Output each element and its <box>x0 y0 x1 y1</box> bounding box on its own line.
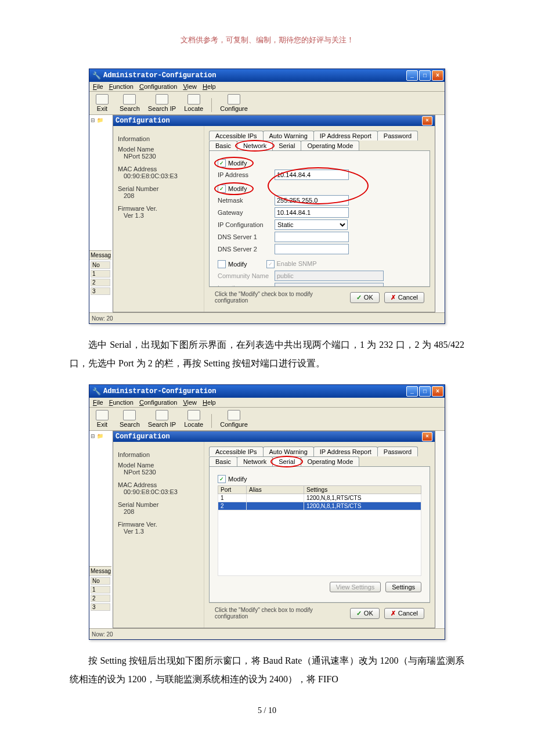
firmware-version: Ver 1.3 <box>124 212 199 219</box>
msg-row: 2 <box>91 279 110 286</box>
modify-checkbox-1[interactable]: ✓ <box>218 159 226 167</box>
table-row[interactable]: 11200,N,8,1,RTS/CTS <box>218 494 421 502</box>
close-button[interactable]: × <box>432 70 443 81</box>
col-alias[interactable]: Alias <box>247 486 304 494</box>
modify-label: Modify <box>228 476 247 483</box>
cross-icon: ✗ <box>391 610 396 617</box>
firmware-label: Firmware Ver. <box>118 521 199 528</box>
locate-icon <box>187 94 200 105</box>
table-row-selected[interactable]: 21200,N,8,1,RTS/CTS <box>218 502 421 510</box>
tab-operating-mode[interactable]: Operating Mode <box>301 456 359 466</box>
ip-label: IP Address <box>218 171 270 178</box>
tab-accessible-ips[interactable]: Accessible IPs <box>209 131 264 141</box>
modify-label: Modify <box>228 185 247 192</box>
tab-basic[interactable]: Basic <box>209 141 237 150</box>
tab-password[interactable]: Password <box>377 447 418 456</box>
menu-help[interactable]: Help <box>203 83 216 90</box>
dns1-input[interactable] <box>275 232 349 242</box>
cancel-button[interactable]: ✗Cancel <box>384 292 424 303</box>
dialog-title[interactable]: Configuration × <box>113 431 435 442</box>
tool-search[interactable]: Search <box>120 94 140 112</box>
menu-view[interactable]: View <box>183 83 197 90</box>
dns2-input[interactable] <box>275 244 349 254</box>
tab-network[interactable]: Network <box>237 456 273 466</box>
menu-file[interactable]: File <box>93 399 103 406</box>
modify-label: Modify <box>228 160 247 167</box>
statusbar: Now: 20 <box>89 312 445 323</box>
minimize-button[interactable]: _ <box>406 386 418 397</box>
tab-basic[interactable]: Basic <box>209 456 237 466</box>
menu-help[interactable]: Help <box>203 399 216 406</box>
menu-function[interactable]: Function <box>109 399 134 406</box>
titlebar[interactable]: 🔧 Administrator-Configuration _ □ × <box>89 69 445 82</box>
col-port[interactable]: Port <box>218 486 247 494</box>
dialog-close-button[interactable]: × <box>422 432 432 441</box>
model-name-label: Model Name <box>118 146 199 153</box>
close-button[interactable]: × <box>432 386 443 397</box>
page-number: 5 / 10 <box>0 706 534 715</box>
netmask-input[interactable] <box>275 195 349 206</box>
tab-serial[interactable]: Serial <box>272 141 301 150</box>
cancel-button[interactable]: ✗Cancel <box>384 608 424 619</box>
maximize-button[interactable]: □ <box>419 70 431 81</box>
menu-function[interactable]: Function <box>109 83 134 90</box>
window-title: Administrator-Configuration <box>103 387 406 395</box>
col-settings[interactable]: Settings <box>304 486 421 494</box>
dialog-close-button[interactable]: × <box>422 116 432 125</box>
message-table: No 1 2 3 <box>89 260 111 296</box>
tool-configure[interactable]: Configure <box>220 410 248 428</box>
community-label: Community Name <box>218 272 270 279</box>
tool-exit[interactable]: Exit <box>93 94 111 112</box>
menu-configuration[interactable]: Configuration <box>139 399 177 406</box>
menubar[interactable]: File Function Configuration View Help <box>89 398 445 408</box>
menu-file[interactable]: File <box>93 83 103 90</box>
port-table[interactable]: Port Alias Settings 11200,N,8,1,RTS/CTS … <box>218 485 421 576</box>
tab-password[interactable]: Password <box>377 131 418 141</box>
tool-configure[interactable]: Configure <box>220 94 248 112</box>
enable-snmp-checkbox: ✓ <box>266 260 275 268</box>
modify-checkbox-3[interactable] <box>218 260 226 268</box>
info-panel: Information Model Name NPort 5230 MAC Ad… <box>113 126 204 312</box>
tool-search[interactable]: Search <box>120 410 140 428</box>
settings-button[interactable]: Settings <box>385 582 421 592</box>
search-icon <box>123 94 136 105</box>
tab-network[interactable]: Network <box>237 141 273 150</box>
tab-auto-warning[interactable]: Auto Warning <box>263 131 314 141</box>
tab-ip-report[interactable]: IP Address Report <box>313 447 378 456</box>
tool-locate[interactable]: Locate <box>184 94 203 112</box>
titlebar[interactable]: 🔧 Administrator-Configuration _ □ × <box>89 385 445 398</box>
maximize-button[interactable]: □ <box>419 386 431 397</box>
message-table: No 1 2 3 <box>89 576 111 612</box>
minimize-button[interactable]: _ <box>406 70 418 81</box>
msg-row: 3 <box>91 603 110 611</box>
modify-checkbox[interactable]: ✓ <box>218 475 226 483</box>
ip-input[interactable] <box>275 170 349 180</box>
menu-view[interactable]: View <box>183 399 197 406</box>
tab-accessible-ips[interactable]: Accessible IPs <box>209 447 264 456</box>
tool-exit[interactable]: Exit <box>93 410 111 428</box>
tab-serial[interactable]: Serial <box>272 456 301 466</box>
ok-button[interactable]: ✓OK <box>350 292 380 303</box>
ipconf-select[interactable]: Static <box>275 219 348 230</box>
tool-searchip[interactable]: Search IP <box>148 410 176 428</box>
check-icon: ✓ <box>356 294 362 301</box>
tool-locate[interactable]: Locate <box>184 410 203 428</box>
ok-button[interactable]: ✓OK <box>350 608 380 619</box>
tree-panel[interactable]: ⊟ 📁 Messag No 1 2 3 <box>89 431 116 628</box>
info-panel: Information Model Name NPort 5230 MAC Ad… <box>113 442 204 628</box>
menubar[interactable]: File Function Configuration View Help <box>89 82 445 92</box>
msg-row: 3 <box>91 287 110 295</box>
tree-panel[interactable]: ⊟ 📁 Messag No 1 2 3 <box>89 115 116 312</box>
tab-ip-report[interactable]: IP Address Report <box>313 131 378 141</box>
locate-icon <box>187 410 200 420</box>
tool-searchip[interactable]: Search IP <box>148 94 176 112</box>
gateway-input[interactable] <box>275 207 349 218</box>
modify-checkbox-2[interactable]: ✓ <box>218 185 226 193</box>
mac-address: 00:90:E8:0C:03:E3 <box>124 488 199 495</box>
tab-operating-mode[interactable]: Operating Mode <box>301 141 359 150</box>
menu-configuration[interactable]: Configuration <box>139 83 177 90</box>
app-icon: 🔧 <box>92 71 101 80</box>
community-input <box>275 271 384 281</box>
tab-auto-warning[interactable]: Auto Warning <box>263 447 314 456</box>
dialog-title[interactable]: Configuration × <box>113 116 435 126</box>
